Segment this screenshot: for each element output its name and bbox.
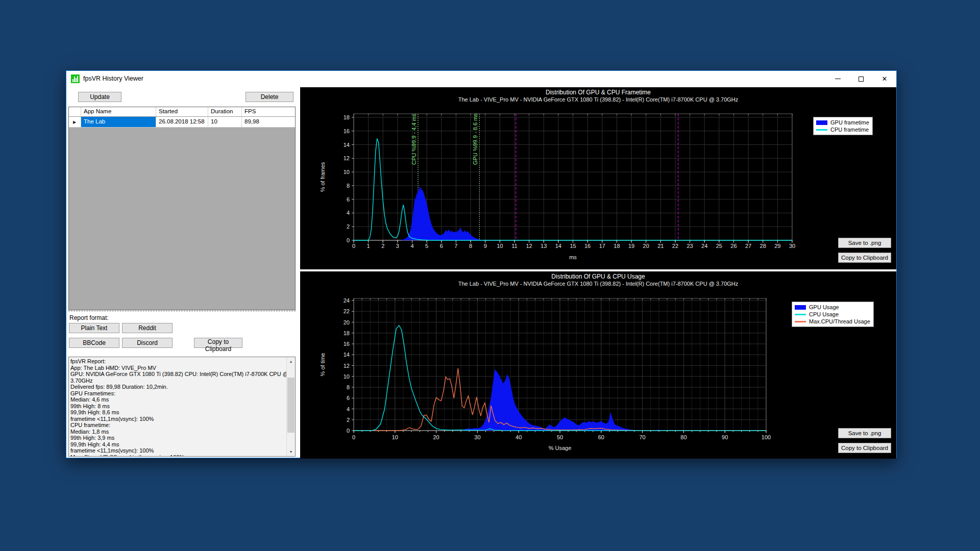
- save-png-button-usage[interactable]: Save to .png: [838, 428, 891, 438]
- svg-text:11: 11: [511, 243, 517, 249]
- svg-text:26: 26: [730, 243, 737, 249]
- svg-text:20: 20: [433, 434, 439, 440]
- header-marker-cell: [69, 107, 81, 116]
- svg-text:% of frames: % of frames: [320, 162, 326, 192]
- close-icon: ✕: [882, 76, 888, 82]
- copy-clipboard-button-usage[interactable]: Copy to Clipboard: [838, 443, 891, 453]
- svg-text:24: 24: [344, 297, 350, 304]
- svg-text:14: 14: [344, 352, 350, 358]
- header-fps[interactable]: FPS: [242, 107, 295, 116]
- plain-text-button[interactable]: Plain Text: [69, 323, 119, 333]
- svg-text:GPU %99.9 - 8,6 ms: GPU %99.9 - 8,6 ms: [472, 113, 478, 165]
- svg-text:5: 5: [425, 243, 428, 249]
- usage-legend: GPU UsageCPU UsageMax.CPU/Thread Usage: [792, 302, 874, 327]
- copy-clipboard-button-frametime[interactable]: Copy to Clipboard: [838, 253, 891, 263]
- svg-text:2: 2: [381, 243, 384, 249]
- svg-text:18: 18: [614, 243, 620, 249]
- svg-text:30: 30: [474, 434, 480, 440]
- frametime-chart-title: Distribution Of GPU & CPU Frametime: [300, 87, 896, 96]
- frametime-chart: CPU %99.9 - 4,4 msGPU %99.9 - 8,6 ms0123…: [300, 87, 896, 269]
- svg-text:28: 28: [760, 243, 766, 249]
- maximize-button[interactable]: [849, 71, 873, 87]
- minimize-button[interactable]: [826, 71, 849, 87]
- scroll-down-icon[interactable]: ▼: [287, 447, 295, 456]
- svg-text:CPU %99.9 - 4,4 ms: CPU %99.9 - 4,4 ms: [411, 113, 417, 165]
- svg-text:ms: ms: [569, 254, 577, 260]
- svg-text:22: 22: [344, 308, 350, 314]
- svg-text:6: 6: [347, 196, 350, 203]
- svg-text:12: 12: [526, 243, 532, 249]
- svg-text:19: 19: [628, 243, 634, 249]
- legend-label: CPU Usage: [809, 311, 839, 317]
- cell-app-name[interactable]: The Lab: [81, 117, 156, 127]
- svg-text:13: 13: [541, 243, 547, 249]
- history-table: App Name Started Duration FPS ▶ The Lab …: [68, 107, 296, 310]
- usage-chart-subtitle: The Lab - VIVE_Pro MV - NVIDIA GeForce G…: [300, 280, 896, 287]
- legend-swatch: [816, 129, 827, 131]
- svg-text:0: 0: [352, 243, 355, 249]
- svg-text:29: 29: [774, 243, 780, 249]
- legend-swatch: [795, 321, 806, 322]
- report-textbox[interactable]: fpsVR Report:App: The Lab HMD: VIVE_Pro …: [68, 357, 296, 457]
- scrollbar-thumb[interactable]: [287, 378, 295, 433]
- svg-text:22: 22: [672, 243, 678, 249]
- svg-text:17: 17: [599, 243, 605, 249]
- close-button[interactable]: ✕: [873, 71, 896, 87]
- svg-text:14: 14: [344, 142, 350, 148]
- legend-swatch: [816, 120, 827, 125]
- svg-text:12: 12: [344, 155, 350, 161]
- svg-text:50: 50: [557, 434, 563, 440]
- cell-duration[interactable]: 10: [208, 117, 242, 127]
- svg-text:16: 16: [344, 128, 350, 134]
- bbcode-button[interactable]: BBCode: [69, 338, 119, 348]
- svg-text:6: 6: [347, 395, 350, 401]
- svg-text:18: 18: [344, 330, 350, 336]
- svg-text:16: 16: [584, 243, 591, 249]
- svg-text:25: 25: [716, 243, 722, 249]
- svg-text:90: 90: [722, 434, 728, 440]
- discord-button[interactable]: Discord: [122, 338, 173, 348]
- legend-label: CPU frametime: [830, 127, 869, 133]
- usage-chart-panel: 0102030405060708090100024681012141618202…: [300, 271, 896, 459]
- svg-text:0: 0: [347, 428, 350, 434]
- svg-text:60: 60: [598, 434, 604, 440]
- svg-text:18: 18: [344, 114, 350, 120]
- svg-text:2: 2: [347, 223, 350, 230]
- svg-text:10: 10: [344, 373, 350, 380]
- svg-text:0: 0: [347, 237, 350, 243]
- header-duration[interactable]: Duration: [208, 107, 242, 116]
- minimize-icon: [835, 79, 841, 79]
- svg-text:10: 10: [344, 169, 350, 175]
- header-started[interactable]: Started: [156, 107, 208, 116]
- frametime-legend: GPU frametimeCPU frametime: [813, 117, 873, 135]
- svg-text:16: 16: [344, 341, 350, 347]
- reddit-button[interactable]: Reddit: [122, 323, 173, 333]
- update-button[interactable]: Update: [78, 92, 121, 102]
- svg-text:70: 70: [639, 434, 645, 440]
- history-table-header: App Name Started Duration FPS: [69, 107, 295, 117]
- svg-text:9: 9: [484, 243, 487, 249]
- svg-text:20: 20: [643, 243, 649, 249]
- frametime-chart-panel: CPU %99.9 - 4,4 msGPU %99.9 - 8,6 ms0123…: [300, 87, 896, 269]
- save-png-button-frametime[interactable]: Save to .png: [838, 238, 891, 248]
- scroll-up-icon[interactable]: ▲: [287, 357, 295, 366]
- report-format-separator: [68, 311, 296, 311]
- svg-text:4: 4: [347, 210, 350, 216]
- svg-text:7: 7: [454, 243, 457, 249]
- row-selector-icon: ▶: [69, 117, 81, 127]
- cell-started[interactable]: 26.08.2018 12:58: [156, 117, 208, 127]
- copy-to-clipboard-button[interactable]: Copy to Clipboard: [194, 338, 242, 348]
- fpsvr-history-viewer-window: fpsVR History Viewer ✕ Update Delete App…: [66, 70, 897, 458]
- svg-text:30: 30: [789, 243, 795, 249]
- legend-label: Max.CPU/Thread Usage: [809, 318, 870, 324]
- legend-swatch: [795, 314, 806, 315]
- cell-fps[interactable]: 89,98: [242, 117, 295, 127]
- svg-text:15: 15: [570, 243, 576, 249]
- svg-text:20: 20: [344, 319, 350, 325]
- svg-text:4: 4: [347, 406, 350, 412]
- table-row[interactable]: ▶ The Lab 26.08.2018 12:58 10 89,98: [69, 117, 295, 128]
- header-app-name[interactable]: App Name: [81, 107, 156, 116]
- report-scrollbar[interactable]: ▲ ▼: [286, 357, 295, 456]
- report-lines: fpsVR Report:App: The Lab HMD: VIVE_Pro …: [69, 357, 286, 457]
- delete-button[interactable]: Delete: [246, 92, 293, 102]
